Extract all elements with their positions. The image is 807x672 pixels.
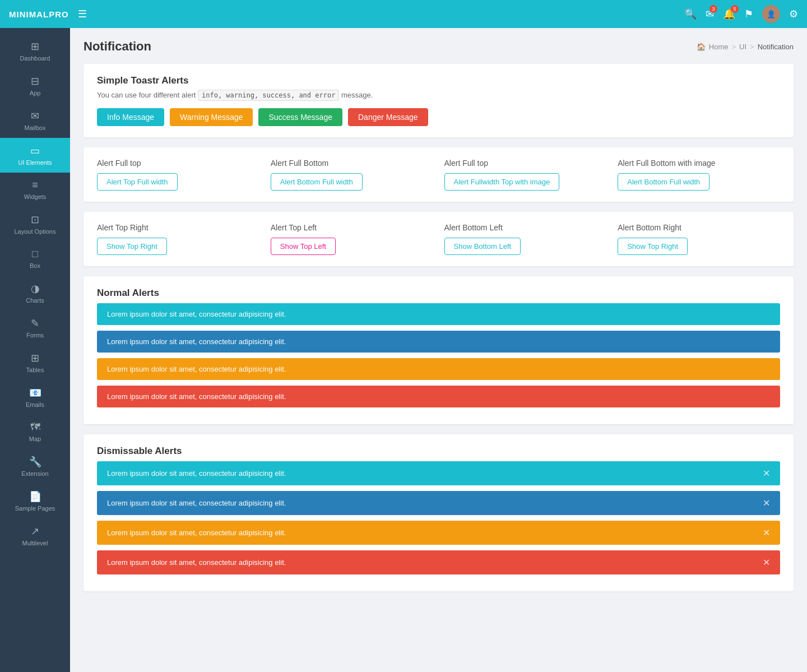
toast-item-bottom-left: Alert Bottom Left Show Bottom Left [444, 223, 607, 255]
sidebar-item-mailbox[interactable]: ✉ Mailbox [0, 103, 70, 138]
sidebar-item-label: Forms [26, 332, 44, 339]
avatar[interactable]: 👤 [762, 5, 780, 23]
toast-item-title: Alert Full Bottom with image [618, 159, 780, 168]
btn-danger-message[interactable]: Danger Message [348, 108, 428, 126]
mailbox-icon: ✉ [31, 110, 39, 122]
sidebar-item-label: Emails [26, 401, 44, 408]
alert-red: Lorem ipsum dolor sit amet, consectetur … [97, 386, 780, 407]
topnav-right: 🔍 ✉ 3 🔔 5 ⚑ 👤 ⚙ [684, 5, 798, 23]
toast-item-title: Alert Full top [97, 159, 259, 168]
sidebar-item-dashboard[interactable]: ⊞ Dashboard [0, 34, 70, 68]
breadcrumb-sep-1: > [732, 43, 736, 51]
toast-item-alert-full-top-img: Alert Full top Alert Fullwidth Top with … [444, 159, 607, 191]
toast-item-title: Alert Full Bottom [271, 159, 433, 168]
btn-success-message[interactable]: Success Message [258, 108, 342, 126]
btn-alert-bottom-full-width-img[interactable]: Alert Bottom Full width [618, 173, 709, 191]
dismissable-alert-blue: Lorem ipsum dolor sit amet, consectetur … [97, 491, 780, 515]
btn-warning-message[interactable]: Warning Message [170, 108, 253, 126]
sidebar-item-forms[interactable]: ✎ Forms [0, 310, 70, 345]
dismiss-button-yellow[interactable]: ✕ [763, 527, 770, 538]
menu-icon[interactable]: ☰ [78, 8, 87, 20]
btn-show-top-right-1[interactable]: Show Top Right [97, 238, 167, 255]
sidebar-item-box[interactable]: □ Box [0, 242, 70, 276]
btn-info-message[interactable]: Info Message [97, 108, 164, 126]
btn-show-top-right-2[interactable]: Show Top Right [618, 238, 688, 255]
ui-elements-icon: ▭ [30, 145, 40, 157]
sidebar-item-sample-pages[interactable]: 📄 Sample Pages [0, 484, 70, 518]
page-title: Notification [84, 39, 151, 54]
sidebar-item-label: Charts [26, 297, 44, 304]
mail-icon[interactable]: ✉ 3 [706, 8, 714, 20]
tables-icon: ⊞ [31, 352, 39, 364]
sidebar-item-label: Multilevel [22, 540, 48, 546]
toastr-code: info, warning, success, and error [198, 90, 339, 101]
dashboard-icon: ⊞ [31, 40, 39, 53]
btn-show-top-left[interactable]: Show Top Left [271, 238, 336, 255]
multilevel-icon: ↗ [31, 525, 39, 537]
sidebar-item-layout[interactable]: ⊡ Layout Options [0, 207, 70, 242]
dismiss-button-teal[interactable]: ✕ [763, 468, 770, 479]
sidebar-item-label: Widgets [24, 193, 47, 200]
forms-icon: ✎ [31, 317, 39, 330]
toast-item-alert-full-top: Alert Full top Alert Top Full width [97, 159, 259, 191]
sample-pages-icon: 📄 [29, 490, 41, 503]
sidebar-item-label: Mailbox [25, 124, 46, 131]
breadcrumb: 🏠 Home > UI > Notification [697, 43, 794, 51]
dismissable-alerts-title: Dismissable Alerts [97, 446, 780, 457]
bell-icon[interactable]: 🔔 5 [723, 8, 735, 20]
toast-item-top-right: Alert Top Right Show Top Right [97, 223, 259, 255]
btn-alert-fullwidth-top-image[interactable]: Alert Fullwidth Top with image [444, 173, 560, 191]
top-navigation: MINIMALPRO ☰ 🔍 ✉ 3 🔔 5 ⚑ 👤 ⚙ [0, 0, 807, 28]
btn-alert-top-full-width[interactable]: Alert Top Full width [97, 173, 178, 191]
toastr-description: You can use four different alert info, w… [97, 91, 780, 99]
sidebar-item-ui-elements[interactable]: ▭ UI Elements [0, 138, 70, 173]
main-layout: ⊞ Dashboard ⊟ App ✉ Mailbox ▭ UI Element… [0, 28, 807, 672]
btn-alert-bottom-full-width[interactable]: Alert Bottom Full width [271, 173, 363, 191]
breadcrumb-section: UI [739, 43, 746, 51]
toast-item-title: Alert Top Right [97, 223, 259, 232]
btn-show-bottom-left[interactable]: Show Bottom Left [444, 238, 521, 255]
sidebar-item-label: Extension [21, 470, 48, 477]
dismiss-button-blue[interactable]: ✕ [763, 498, 770, 508]
sidebar-item-label: App [30, 90, 41, 96]
sidebar-item-label: Box [30, 262, 40, 269]
breadcrumb-home: Home [709, 43, 729, 51]
sidebar-item-app[interactable]: ⊟ App [0, 68, 70, 103]
toast-item-top-left: Alert Top Left Show Top Left [271, 223, 433, 255]
toast-item-bottom-right: Alert Bottom Right Show Top Right [618, 223, 780, 255]
search-icon[interactable]: 🔍 [684, 8, 697, 20]
toast-positions-card-2: Alert Top Right Show Top Right Alert Top… [84, 212, 794, 266]
mail-badge: 3 [709, 5, 717, 13]
layout-icon: ⊡ [31, 214, 39, 226]
sidebar-item-widgets[interactable]: ≡ Widgets [0, 173, 70, 207]
sidebar-item-extension[interactable]: 🔧 Extension [0, 449, 70, 484]
dismissable-alert-yellow: Lorem ipsum dolor sit amet, consectetur … [97, 521, 780, 545]
widgets-icon: ≡ [32, 179, 38, 191]
simple-toastr-card: Simple Toastr Alerts You can use four di… [84, 64, 794, 137]
toast-item-title: Alert Bottom Right [618, 223, 780, 232]
main-content: Notification 🏠 Home > UI > Notification … [70, 28, 807, 672]
normal-alerts-title: Normal Alerts [97, 288, 780, 299]
sidebar: ⊞ Dashboard ⊟ App ✉ Mailbox ▭ UI Element… [0, 28, 70, 672]
toast-positions-grid-1: Alert Full top Alert Top Full width Aler… [97, 159, 780, 191]
dismissable-alert-text: Lorem ipsum dolor sit amet, consectetur … [107, 558, 286, 567]
toastr-buttons: Info Message Warning Message Success Mes… [97, 108, 780, 126]
sidebar-item-charts[interactable]: ◑ Charts [0, 276, 70, 310]
sidebar-item-emails[interactable]: 📧 Emails [0, 380, 70, 415]
flag-icon[interactable]: ⚑ [744, 8, 753, 20]
extension-icon: 🔧 [29, 456, 41, 468]
dismissable-alerts-card: Dismissable Alerts Lorem ipsum dolor sit… [84, 434, 794, 591]
alert-yellow: Lorem ipsum dolor sit amet, consectetur … [97, 358, 780, 380]
topnav-left: MINIMALPRO ☰ [9, 8, 87, 20]
dismiss-button-red[interactable]: ✕ [763, 557, 770, 568]
sidebar-item-label: Tables [26, 367, 44, 373]
sidebar-item-map[interactable]: 🗺 Map [0, 415, 70, 449]
bell-badge: 5 [731, 5, 739, 13]
sidebar-item-multilevel[interactable]: ↗ Multilevel [0, 518, 70, 553]
simple-toastr-title: Simple Toastr Alerts [97, 75, 780, 86]
dismissable-alert-text: Lorem ipsum dolor sit amet, consectetur … [107, 469, 286, 478]
breadcrumb-current: Notification [758, 43, 794, 51]
box-icon: □ [32, 248, 38, 260]
sidebar-item-tables[interactable]: ⊞ Tables [0, 345, 70, 380]
settings-icon[interactable]: ⚙ [789, 8, 798, 20]
